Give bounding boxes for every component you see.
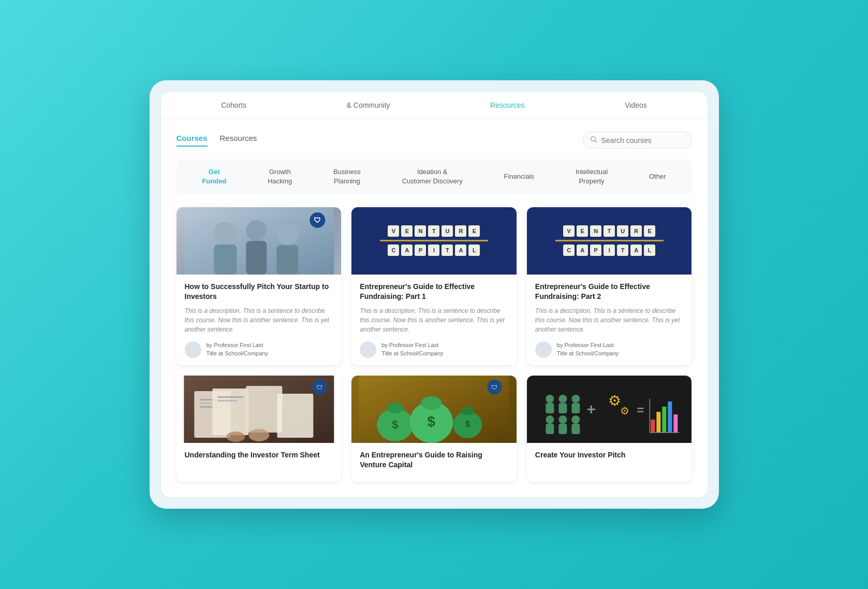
course-image-2: VENTURE CAPITAL [351, 207, 517, 275]
category-growth-hacking[interactable]: GrowthHacking [259, 165, 300, 188]
course-author-2: by Professor First Last Title at School/… [360, 341, 508, 358]
course-title-4: Understanding the Investor Term Sheet [185, 450, 333, 461]
category-intellectual-property[interactable]: IntellectualProperty [567, 165, 616, 188]
svg-point-45 [571, 395, 580, 403]
svg-rect-19 [246, 386, 282, 433]
tabs-left: Courses Resources [176, 134, 257, 147]
course-card-5-body: An Entrepreneur's Guide to Raising Ventu… [351, 443, 517, 482]
svg-rect-59 [662, 407, 666, 433]
svg-rect-16 [212, 389, 248, 435]
svg-point-47 [546, 415, 554, 424]
author-avatar-2 [360, 341, 376, 358]
author-info-2: by Professor First Last Title at School/… [381, 341, 443, 357]
svg-text:$: $ [428, 413, 436, 429]
category-get-funded[interactable]: GetFunded [194, 165, 234, 188]
author-info-1: by Professor First Last Title at School/… [207, 341, 268, 357]
author-avatar-3 [535, 341, 552, 358]
category-other[interactable]: Other [641, 170, 674, 183]
category-ideation[interactable]: Ideation &Customer Discovery [394, 165, 471, 188]
course-grid: 🛡 How to Successfully Pitch Your Startup… [176, 207, 692, 482]
search-box[interactable] [582, 132, 692, 149]
category-business-planning[interactable]: BusinessPlanning [325, 165, 369, 188]
category-filter: GetFunded GrowthHacking BusinessPlanning… [176, 159, 692, 194]
svg-rect-8 [276, 245, 298, 275]
course-card-3-body: Entrepreneur's Guide to Effective Fundra… [527, 275, 692, 365]
course-desc-1: This is a description. This is a sentenc… [185, 306, 333, 334]
course-card-6-body: Create Your Investor Pitch [527, 443, 692, 472]
svg-text:🛡: 🛡 [314, 216, 321, 224]
svg-point-32 [461, 407, 474, 415]
svg-point-43 [558, 395, 567, 403]
svg-point-5 [246, 220, 267, 241]
inner-card: Cohorts & Community Resources Videos Cou… [160, 91, 709, 498]
svg-rect-18 [217, 400, 237, 401]
svg-text:⚙: ⚙ [620, 405, 629, 416]
course-author-3: by Professor First Last Title at School/… [535, 341, 684, 358]
svg-point-22 [226, 432, 245, 442]
svg-text:=: = [637, 403, 644, 417]
course-title-2: Entrepreneur's Guide to Effective Fundra… [360, 282, 508, 302]
course-card-6[interactable]: + ⚙ ⚙ = [527, 376, 692, 482]
svg-point-41 [546, 395, 554, 403]
course-card-3[interactable]: VENTURE CAPITAL Entrepreneur's Guide to … [527, 207, 692, 365]
svg-rect-60 [668, 401, 672, 433]
svg-rect-6 [246, 241, 267, 275]
nav-community[interactable]: & Community [341, 99, 396, 111]
svg-text:🛡: 🛡 [491, 384, 497, 391]
nav-cohorts[interactable]: Cohorts [215, 99, 253, 111]
course-title-1: How to Successfully Pitch Your Startup t… [185, 282, 333, 302]
svg-text:$: $ [392, 418, 398, 431]
nav-resources[interactable]: Resources [484, 99, 531, 111]
svg-rect-46 [571, 403, 580, 413]
svg-rect-17 [217, 396, 243, 398]
svg-point-36 [421, 396, 442, 410]
nav-videos[interactable]: Videos [619, 99, 653, 111]
svg-rect-44 [558, 403, 567, 413]
svg-text:⚙: ⚙ [608, 393, 621, 409]
tab-courses[interactable]: Courses [176, 134, 208, 147]
tab-resources[interactable]: Resources [220, 134, 257, 147]
course-image-5: $ $ $ 🛡 [351, 376, 517, 443]
svg-rect-42 [546, 403, 554, 413]
course-title-5: An Entrepreneur's Guide to Raising Ventu… [360, 450, 508, 470]
svg-rect-50 [558, 424, 567, 434]
vc-image-1: VENTURE CAPITAL [351, 207, 517, 275]
author-avatar-1 [185, 341, 201, 358]
svg-point-51 [571, 415, 580, 424]
course-image-6: + ⚙ ⚙ = [527, 376, 692, 443]
svg-rect-48 [546, 424, 554, 434]
svg-text:🛡: 🛡 [316, 384, 322, 391]
svg-point-28 [387, 403, 403, 413]
svg-point-3 [214, 222, 237, 245]
tabs-row: Courses Resources [176, 132, 692, 149]
course-card-5[interactable]: $ $ $ 🛡 [351, 376, 517, 482]
top-nav: Cohorts & Community Resources Videos [161, 92, 708, 119]
svg-rect-57 [651, 420, 655, 433]
course-image-4: 🛡 [176, 376, 342, 443]
course-author-1: by Professor First Last Title at School/… [185, 341, 333, 358]
course-card-1-body: How to Successfully Pitch Your Startup t… [176, 275, 342, 365]
category-financials[interactable]: Financials [496, 170, 543, 183]
svg-text:+: + [586, 400, 596, 418]
search-icon [590, 136, 597, 145]
course-image-3: VENTURE CAPITAL [527, 207, 692, 275]
svg-rect-20 [277, 394, 313, 438]
svg-point-7 [276, 223, 298, 245]
svg-point-21 [248, 429, 269, 441]
svg-rect-61 [673, 414, 678, 433]
course-title-3: Entrepreneur's Guide to Effective Fundra… [535, 282, 684, 302]
svg-rect-52 [571, 424, 580, 434]
svg-text:$: $ [465, 420, 470, 428]
course-desc-3: This is a description. This is a sentenc… [535, 306, 684, 334]
svg-rect-4 [214, 245, 237, 275]
course-image-1: 🛡 [176, 207, 342, 275]
course-card-4[interactable]: 🛡 Understanding the Investor Term Sheet [176, 376, 342, 482]
course-title-6: Create Your Investor Pitch [535, 450, 684, 461]
search-input[interactable] [601, 136, 684, 145]
svg-point-49 [558, 415, 567, 424]
course-card-1[interactable]: 🛡 How to Successfully Pitch Your Startup… [176, 207, 342, 365]
content-area: Courses Resources GetFunded GrowthHa [161, 119, 708, 497]
svg-rect-58 [656, 412, 660, 433]
course-card-2-body: Entrepreneur's Guide to Effective Fundra… [351, 275, 517, 365]
course-card-2[interactable]: VENTURE CAPITAL Entrepreneur's Guide to … [351, 207, 517, 365]
